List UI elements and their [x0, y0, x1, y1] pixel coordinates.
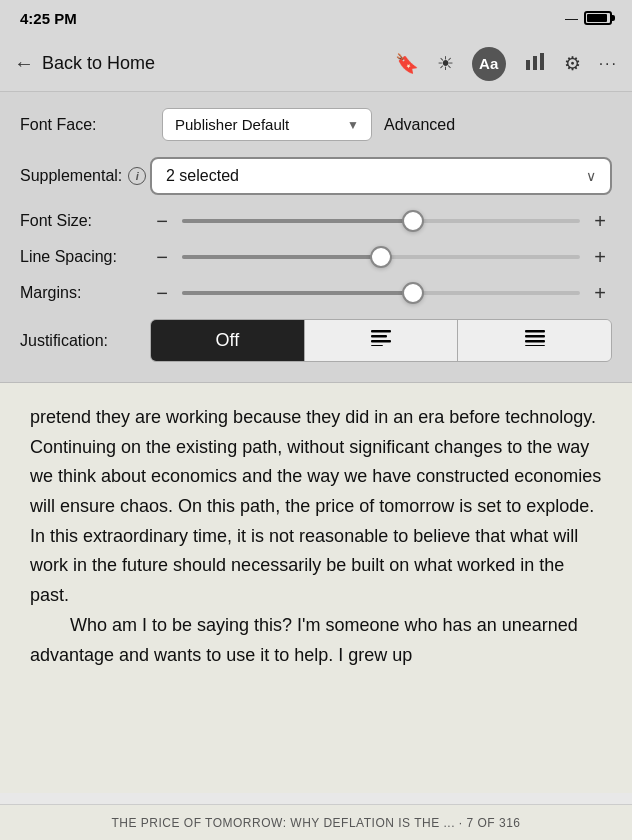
- battery-icon: [584, 11, 612, 25]
- margins-decrease-button[interactable]: −: [150, 283, 174, 303]
- chart-icon[interactable]: [524, 50, 546, 77]
- margins-row: Margins: − +: [20, 283, 612, 303]
- svg-rect-0: [526, 60, 530, 70]
- book-content: pretend they are working because they di…: [0, 383, 632, 793]
- line-spacing-label: Line Spacing:: [20, 248, 150, 266]
- font-face-label: Font Face:: [20, 116, 150, 134]
- justification-full-button[interactable]: [458, 320, 611, 361]
- svg-rect-9: [525, 340, 545, 343]
- svg-rect-3: [371, 330, 391, 333]
- font-face-row: Font Face: Publisher Default ▼ Advanced: [20, 108, 612, 141]
- justification-label: Justification:: [20, 332, 150, 350]
- book-paragraph-1: pretend they are working because they di…: [30, 403, 602, 611]
- justification-options: Off: [150, 319, 612, 362]
- back-button[interactable]: ← Back to Home: [14, 52, 155, 75]
- svg-rect-1: [533, 56, 537, 70]
- back-arrow-icon: ←: [14, 52, 34, 75]
- margins-slider-container: − +: [150, 283, 612, 303]
- svg-rect-4: [371, 335, 387, 338]
- font-size-increase-button[interactable]: +: [588, 211, 612, 231]
- line-spacing-row: Line Spacing: − +: [20, 247, 612, 267]
- svg-rect-10: [525, 345, 545, 346]
- gear-icon[interactable]: ⚙: [564, 52, 581, 75]
- justification-off-label: Off: [215, 330, 239, 350]
- justification-left-icon: [371, 330, 391, 350]
- advanced-button[interactable]: Advanced: [384, 116, 455, 134]
- font-size-label: Font Size:: [20, 212, 150, 230]
- margins-label: Margins:: [20, 284, 150, 302]
- svg-rect-6: [371, 345, 383, 346]
- more-icon[interactable]: ···: [599, 55, 618, 73]
- brightness-icon[interactable]: ☀: [437, 52, 454, 75]
- svg-rect-7: [525, 330, 545, 333]
- line-spacing-slider-container: − +: [150, 247, 612, 267]
- status-time: 4:25 PM: [20, 10, 77, 27]
- line-spacing-slider[interactable]: [182, 255, 580, 259]
- svg-rect-8: [525, 335, 545, 338]
- book-text: pretend they are working because they di…: [30, 403, 602, 670]
- line-spacing-decrease-button[interactable]: −: [150, 247, 174, 267]
- line-spacing-increase-button[interactable]: +: [588, 247, 612, 267]
- book-paragraph-2: Who am I to be saying this? I'm someone …: [30, 611, 602, 670]
- status-right: —: [565, 11, 612, 26]
- book-footer: THE PRICE OF TOMORROW: WHY DEFLATION IS …: [0, 804, 632, 840]
- supplemental-value: 2 selected: [166, 167, 239, 185]
- signal-dash: —: [565, 11, 578, 26]
- font-dropdown-arrow-icon: ▼: [347, 118, 359, 132]
- bookmark-icon[interactable]: 🔖: [395, 52, 419, 75]
- font-size-slider-container: − +: [150, 211, 612, 231]
- supplemental-info-icon[interactable]: i: [128, 167, 146, 185]
- margins-increase-button[interactable]: +: [588, 283, 612, 303]
- justification-row: Justification: Off: [20, 319, 612, 362]
- supplemental-dropdown-arrow-icon: ∨: [586, 168, 596, 184]
- aa-label: Aa: [479, 55, 498, 72]
- supplemental-row: Supplemental: i 2 selected ∨: [20, 157, 612, 195]
- svg-rect-2: [540, 53, 544, 70]
- font-size-slider[interactable]: [182, 219, 580, 223]
- justification-left-button[interactable]: [305, 320, 459, 361]
- justification-full-icon: [525, 330, 545, 350]
- font-face-value: Publisher Default: [175, 116, 289, 133]
- justification-off-button[interactable]: Off: [151, 320, 305, 361]
- margins-slider[interactable]: [182, 291, 580, 295]
- font-size-row: Font Size: − +: [20, 211, 612, 231]
- nav-bar: ← Back to Home 🔖 ☀ Aa ⚙ ···: [0, 36, 632, 92]
- nav-icons: 🔖 ☀ Aa ⚙ ···: [395, 47, 618, 81]
- svg-rect-5: [371, 340, 391, 343]
- book-footer-text: THE PRICE OF TOMORROW: WHY DEFLATION IS …: [111, 816, 520, 830]
- font-size-decrease-button[interactable]: −: [150, 211, 174, 231]
- settings-panel: Font Face: Publisher Default ▼ Advanced …: [0, 92, 632, 383]
- supplemental-dropdown[interactable]: 2 selected ∨: [150, 157, 612, 195]
- back-label: Back to Home: [42, 53, 155, 74]
- status-bar: 4:25 PM —: [0, 0, 632, 36]
- supplemental-label: Supplemental: i: [20, 167, 150, 185]
- font-settings-icon[interactable]: Aa: [472, 47, 506, 81]
- font-face-dropdown[interactable]: Publisher Default ▼: [162, 108, 372, 141]
